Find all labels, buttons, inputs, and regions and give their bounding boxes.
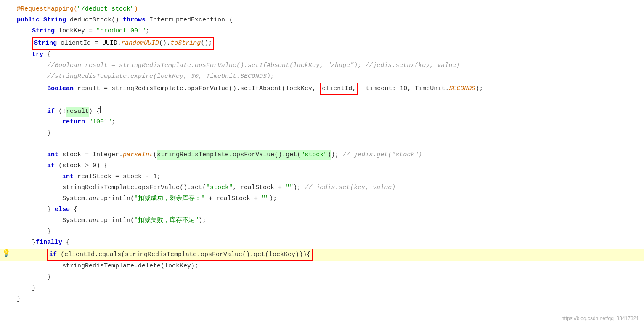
comment-1: //Boolean result = stringRedisTemplate.o…	[17, 61, 460, 71]
code-editor: @RequestMapping("/deduct_stock") public …	[0, 0, 644, 326]
code-line-15: if (stock > 0) {	[0, 161, 644, 172]
annotation-requestmapping: @RequestMapping("/deduct_stock")	[17, 4, 138, 14]
watermark: https://blog.csdn.net/qq_33417321	[562, 315, 639, 323]
code-line-2: public String deductStock() throws Inter…	[0, 15, 644, 26]
code-line-18: System.out.println("扣减成功，剩余库存：" + realSt…	[0, 194, 644, 205]
code-line-20: System.out.println("扣减失败，库存不足");	[0, 216, 644, 227]
box-clientid-equals: if (clientId.equals(stringRedisTemplate.…	[47, 249, 313, 261]
keyword-throws: throws	[123, 15, 146, 25]
code-line-16: int realStock = stock - 1;	[0, 172, 644, 183]
code-line-10: if (!result) {	[0, 106, 644, 117]
highlight-getstock: stringRedisTemplate.opsForValue().get("s…	[157, 150, 331, 160]
code-line-21: }	[0, 227, 644, 238]
keyword-public: public	[17, 15, 40, 25]
code-line-3: String lockKey = "product_001";	[0, 26, 644, 37]
code-line-25: }	[0, 272, 644, 283]
comment-2: //stringRedisTemplate.expire(lockKey, 30…	[17, 72, 274, 82]
code-line-12: }	[0, 128, 644, 139]
code-line-27: }	[0, 294, 644, 305]
text-cursor	[100, 106, 101, 113]
keyword-try: try	[32, 50, 43, 60]
str-product001: "product_001"	[96, 26, 146, 36]
code-line-13	[0, 139, 644, 150]
highlight-result: result	[66, 107, 89, 117]
code-line-22: }finally {	[0, 238, 644, 249]
code-line-6: //Boolean result = stringRedisTemplate.o…	[0, 61, 644, 72]
code-line-1: @RequestMapping("/deduct_stock")	[0, 4, 644, 15]
code-line-17: stringRedisTemplate.opsForValue().set("s…	[0, 183, 644, 194]
code-line-5: try {	[0, 50, 644, 61]
keyword-string2: String	[32, 26, 55, 36]
code-line-4: String clientId = UUID.randomUUID().toSt…	[0, 37, 644, 50]
code-line-7: //stringRedisTemplate.expire(lockKey, 30…	[0, 72, 644, 83]
box-clientid-declaration: String clientId = UUID.randomUUID().toSt…	[32, 37, 214, 50]
code-line-19: } else {	[0, 205, 644, 216]
code-line-24: stringRedisTemplate.delete(lockKey);	[0, 261, 644, 272]
warning-icon: 💡	[2, 249, 11, 259]
code-line-23: 💡 if (clientId.equals(stringRedisTemplat…	[0, 249, 644, 261]
keyword-string: String	[43, 15, 66, 25]
code-line-14: int stock = Integer.parseInt(stringRedis…	[0, 150, 644, 161]
code-line-26: }	[0, 283, 644, 294]
code-line-11: return "1001";	[0, 117, 644, 128]
box-clientid-arg: clientId,	[320, 83, 358, 95]
code-line-8: Boolean result = stringRedisTemplate.ops…	[0, 83, 644, 95]
code-line-9	[0, 95, 644, 106]
